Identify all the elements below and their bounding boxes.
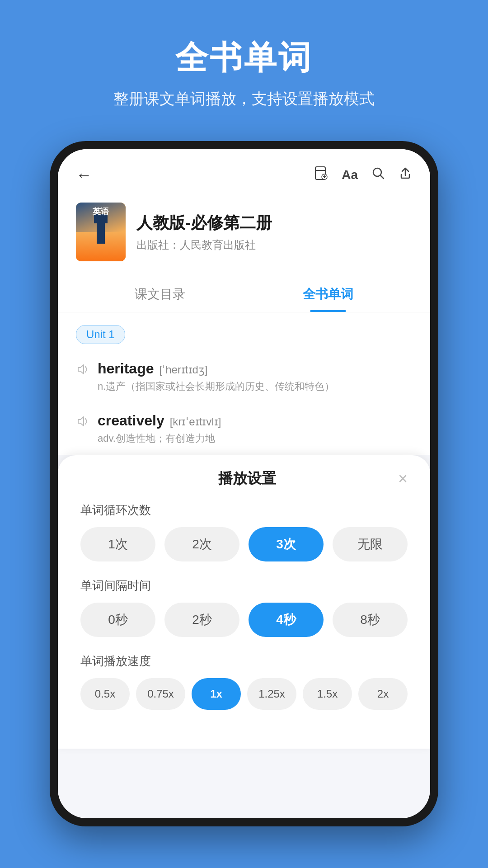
phone-mockup: ← Aa — [50, 141, 438, 826]
svg-line-3 — [380, 175, 384, 179]
settings-panel: 播放设置 × 单词循环次数 1次 2次 3次 无限 单词间隔时间 0秒 2秒 4… — [58, 455, 430, 749]
speed-label: 单词播放速度 — [80, 653, 408, 669]
interval-options: 0秒 2秒 4秒 8秒 — [80, 603, 408, 637]
settings-title: 播放设置 — [97, 469, 398, 489]
word-content-2: creatively [krɪˈeɪtɪvlɪ] adv.创造性地；有创造力地 — [98, 412, 221, 446]
book-header: 英语 人教版-必修第二册 出版社：人民教育出版社 — [58, 193, 430, 275]
interval-label: 单词间隔时间 — [80, 578, 408, 594]
tab-course-catalog[interactable]: 课文目录 — [76, 275, 244, 312]
word-line-1: heritage [ˈherɪtɪdʒ] — [98, 360, 334, 377]
cover-text: 英语 — [93, 207, 109, 216]
speed-options: 0.5x 0.75x 1x 1.25x 1.5x 2x — [80, 678, 408, 710]
word-phonetic-1: [ˈherɪtɪdʒ] — [159, 363, 207, 376]
word-item: heritage [ˈherɪtɪdʒ] n.遗产（指国家或社会长期形成的历史、… — [58, 351, 430, 403]
book-info: 人教版-必修第二册 出版社：人民教育出版社 — [136, 212, 272, 252]
unit-badge-wrap: Unit 1 — [58, 312, 430, 351]
word-item-2: creatively [krɪˈeɪtɪvlɪ] adv.创造性地；有创造力地 — [58, 403, 430, 455]
book-publisher: 出版社：人民教育出版社 — [136, 238, 272, 252]
speed-0-5x-button[interactable]: 0.5x — [80, 678, 130, 710]
word-line-2: creatively [krɪˈeɪtɪvlɪ] — [98, 412, 221, 429]
content-area: Unit 1 heritage [ˈherɪtɪdʒ] — [58, 312, 430, 455]
share-icon[interactable] — [399, 166, 412, 184]
loop-1x-button[interactable]: 1次 — [80, 527, 155, 561]
tab-bar: 课文目录 全书单词 — [58, 275, 430, 312]
speed-1-5x-button[interactable]: 1.5x — [303, 678, 352, 710]
book-cover: 英语 — [76, 203, 126, 261]
settings-close-button[interactable]: × — [398, 469, 408, 488]
word-text-1: heritage — [98, 360, 154, 377]
top-bar-right: Aa — [314, 166, 412, 184]
interval-8s-button[interactable]: 8秒 — [333, 603, 408, 637]
book-title: 人教版-必修第二册 — [136, 212, 272, 234]
loop-count-label: 单词循环次数 — [80, 502, 408, 518]
interval-0s-button[interactable]: 0秒 — [80, 603, 155, 637]
speed-1x-button[interactable]: 1x — [192, 678, 241, 710]
interval-2s-button[interactable]: 2秒 — [164, 603, 239, 637]
settings-header: 播放设置 × — [80, 469, 408, 489]
loop-count-options: 1次 2次 3次 无限 — [80, 527, 408, 561]
hero-title: 全书单词 — [175, 36, 313, 80]
phone-shell: ← Aa — [50, 141, 438, 826]
back-button[interactable]: ← — [76, 165, 92, 184]
hero-subtitle: 整册课文单词播放，支持设置播放模式 — [113, 89, 375, 109]
word-phonetic-2: [krɪˈeɪtɪvlɪ] — [170, 415, 221, 428]
top-bar-left: ← — [76, 165, 92, 184]
top-bar: ← Aa — [58, 149, 430, 193]
font-size-icon[interactable]: Aa — [342, 168, 358, 182]
search-icon[interactable] — [371, 166, 385, 184]
bookmark-icon[interactable] — [314, 166, 328, 184]
hero-section: 全书单词 整册课文单词播放，支持设置播放模式 — [0, 0, 488, 127]
interval-4s-button[interactable]: 4秒 — [249, 603, 324, 637]
unit-badge: Unit 1 — [76, 325, 125, 344]
phone-screen: ← Aa — [58, 149, 430, 818]
loop-3x-button[interactable]: 3次 — [249, 527, 324, 561]
loop-2x-button[interactable]: 2次 — [164, 527, 239, 561]
tab-all-words[interactable]: 全书单词 — [244, 275, 412, 312]
word-definition-2: adv.创造性地；有创造力地 — [98, 431, 221, 446]
speed-0-75x-button[interactable]: 0.75x — [136, 678, 185, 710]
loop-unlimited-button[interactable]: 无限 — [333, 527, 408, 561]
word-content-1: heritage [ˈherɪtɪdʒ] n.遗产（指国家或社会长期形成的历史、… — [98, 360, 334, 394]
speed-1-25x-button[interactable]: 1.25x — [247, 678, 296, 710]
word-definition-1: n.遗产（指国家或社会长期形成的历史、传统和特色） — [98, 379, 334, 394]
word-text-2: creatively — [98, 412, 164, 429]
speaker-icon-2[interactable] — [76, 415, 89, 431]
speaker-icon-1[interactable] — [76, 363, 89, 379]
speed-2x-button[interactable]: 2x — [358, 678, 408, 710]
